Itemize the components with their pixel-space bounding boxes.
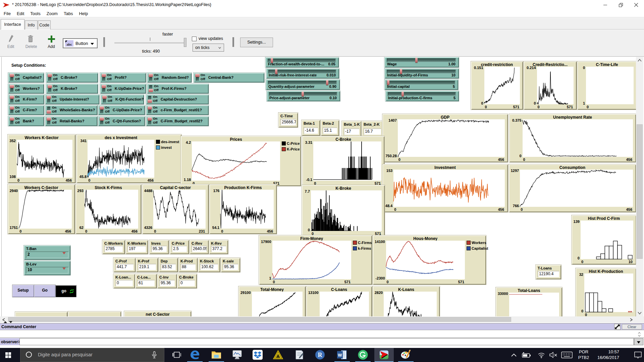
switch-widget[interactable]: OnOff Bank? (8, 116, 44, 126)
switch-widget[interactable]: OnOff Capitalist? (8, 73, 44, 82)
switch-toggle-icon[interactable] (10, 96, 14, 103)
switch-toggle-icon[interactable] (148, 106, 152, 114)
slider-track[interactable] (388, 92, 456, 96)
switch-toggle-icon[interactable] (149, 85, 153, 92)
slider-track[interactable] (387, 81, 455, 84)
switch-widget[interactable]: OnOff c-Firm_Budget_rest01? (146, 105, 209, 115)
wifi-tray-button[interactable] (535, 348, 547, 362)
microphone-icon[interactable] (152, 351, 157, 359)
switch-widget[interactable]: OnOff Profit? (100, 73, 146, 82)
menu-help[interactable]: Help (76, 10, 91, 17)
switch-widget[interactable]: OnOff C-Qtt-Function? (98, 116, 145, 126)
taskbar-app-taskview[interactable] (167, 348, 186, 362)
menu-tools[interactable]: Tools (27, 10, 43, 17)
taskbar-app-word[interactable]: W (332, 348, 352, 362)
output-scroll-up-icon[interactable] (637, 331, 641, 334)
slider-widget[interactable]: Price-adjust-parameter 0.10 (267, 91, 340, 101)
action-center-button[interactable] (632, 348, 644, 362)
chooser-widget[interactable]: B-Lev 10 (24, 261, 70, 275)
command-input[interactable] (19, 338, 634, 345)
vertical-scrollbar-thumb[interactable] (637, 124, 643, 259)
slider-widget[interactable]: Initial-risk-free-interest-rate 0.010 (266, 68, 339, 78)
edit-pencil-icon[interactable] (8, 35, 13, 43)
scroll-down-icon[interactable] (638, 312, 642, 314)
taskbar-app-miktex[interactable] (268, 348, 288, 362)
tray-keyboard-layout[interactable]: PTB2 (578, 355, 590, 360)
switch-toggle-icon[interactable] (10, 85, 14, 92)
taskbar-app-explorer[interactable] (207, 348, 226, 362)
vertical-scrollbar[interactable] (636, 57, 643, 316)
clear-button[interactable]: Clear (622, 324, 642, 329)
taskbar-search-box[interactable]: Digite aqui para pesquisar (20, 348, 164, 362)
taskbar-app-r[interactable]: R (310, 348, 330, 362)
menu-zoom[interactable]: Zoom (44, 10, 61, 17)
tab-interface[interactable]: Interface (1, 19, 24, 29)
switch-toggle-icon[interactable] (100, 117, 104, 125)
slider-widget[interactable]: Fraction-of-wealth-devoted-to-... 0.05 (265, 57, 339, 67)
switch-widget[interactable]: OnOff K-Firm? (8, 95, 44, 104)
slider-widget[interactable]: Initial-capital 5 (384, 79, 458, 90)
switch-toggle-icon[interactable] (102, 96, 107, 103)
agent-type-dropdown[interactable] (634, 338, 643, 345)
delete-button-label[interactable]: Delete (23, 44, 40, 49)
close-button[interactable] (629, 0, 644, 10)
switch-toggle-icon[interactable] (47, 96, 51, 103)
switch-toggle-icon[interactable] (48, 85, 52, 92)
speed-slider-handle[interactable] (184, 38, 186, 47)
widget-type-dropdown[interactable]: abc Button (63, 38, 98, 48)
switch-toggle-icon[interactable] (102, 85, 106, 92)
switch-widget[interactable]: OnOff C-Firm? (8, 105, 44, 115)
slider-widget[interactable]: Quantity-adjust-parameter 0.90 (266, 79, 340, 90)
switch-toggle-icon[interactable] (100, 106, 104, 114)
horizontal-scrollbar[interactable] (0, 316, 644, 322)
switch-toggle-icon[interactable] (47, 106, 51, 114)
speed-slider-track[interactable] (114, 42, 184, 44)
edit-button-label[interactable]: Edit (3, 44, 18, 49)
tray-language[interactable]: POR (578, 349, 590, 354)
switch-toggle-icon[interactable] (10, 117, 14, 125)
battery-tray-button[interactable] (520, 348, 532, 362)
chevron-up-tray-button[interactable] (508, 348, 520, 362)
taskbar-app-dropbox[interactable] (248, 348, 267, 362)
keyboard-tray-button[interactable] (561, 348, 573, 362)
view-updates-checkbox[interactable] (192, 37, 197, 41)
switch-widget[interactable]: OnOff Retail-Banks? (45, 116, 97, 126)
switch-toggle-icon[interactable] (148, 117, 152, 125)
maximize-restore-button[interactable] (613, 0, 629, 10)
switch-widget[interactable]: OnOff K-Broke? (46, 84, 98, 94)
menu-edit[interactable]: Edit (14, 10, 27, 17)
taskbar-app-grammarly[interactable] (353, 348, 373, 362)
delete-trash-icon[interactable] (28, 35, 34, 43)
volume-muted-tray-button[interactable] (548, 348, 560, 362)
add-plus-icon[interactable] (48, 36, 55, 43)
horizontal-scrollbar-thumb[interactable] (8, 317, 511, 322)
go-button[interactable]: go (56, 286, 76, 297)
switch-toggle-icon[interactable] (10, 106, 14, 114)
settings-button[interactable]: Settings... (240, 38, 273, 47)
switch-toggle-icon[interactable] (10, 74, 14, 81)
slider-widget[interactable]: Initial-liquidity-of-Firms 10 (384, 68, 459, 78)
chooser-widget[interactable]: T-Ban 2 (24, 245, 70, 260)
go-button[interactable]: Go (34, 285, 55, 297)
tab-info[interactable]: Info (25, 20, 38, 29)
tray-time[interactable]: 10:57 (596, 349, 619, 354)
taskbar-app-edge[interactable] (185, 348, 205, 362)
slider-widget[interactable]: Wage 1.00 (384, 57, 459, 67)
switch-widget[interactable]: OnOff C-Firm_Budget_rest02? (146, 116, 209, 126)
switch-toggle-icon[interactable] (148, 96, 152, 103)
taskbar-app-netlogo[interactable] (374, 348, 394, 362)
slider-track[interactable] (387, 58, 456, 62)
switch-widget[interactable]: OnOff Central-Bank? (194, 73, 264, 82)
menu-file[interactable]: File (1, 10, 14, 17)
setup-button[interactable]: Setup (12, 285, 34, 297)
output-scroll-down-icon[interactable] (637, 335, 641, 337)
switch-widget[interactable]: OnOff Prof-K-Firms? (147, 84, 209, 94)
command-center-expand-button[interactable] (614, 324, 621, 330)
switch-widget[interactable]: OnOff C-Broke? (46, 73, 98, 82)
taskbar-app-photos[interactable] (227, 348, 247, 362)
tray-date[interactable]: 16/06/2017 (593, 355, 619, 360)
menu-tabs[interactable]: Tabs (61, 10, 76, 17)
switch-widget[interactable]: OnOff Workers? (8, 84, 44, 94)
switch-toggle-icon[interactable] (47, 117, 51, 125)
switch-toggle-icon[interactable] (149, 74, 153, 81)
